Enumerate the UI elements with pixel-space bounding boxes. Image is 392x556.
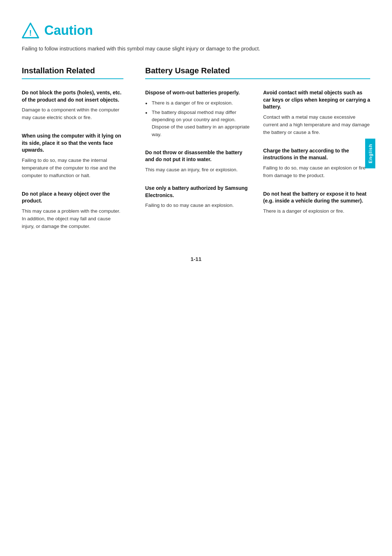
battery-item-3-body: Failing to do so may cause an explosion. [145,202,252,209]
battery-item-1-title: Dispose of worn-out batteries properly. [145,89,252,97]
battery-item-1: Dispose of worn-out batteries properly. … [145,89,252,138]
installation-header: Installation Related [22,66,123,79]
installation-item-1-body: Damage to a component within the compute… [22,106,123,122]
battery-item-4-title: Avoid contact with metal objects such as… [263,89,370,111]
battery-item-3: Use only a battery authorized by Samsung… [145,185,252,209]
battery-item-1-point-2: The battery disposal method may differ d… [145,109,252,138]
caution-description: Failing to follow instructions marked wi… [22,46,370,52]
battery-item-3-title: Use only a battery authorized by Samsung… [145,185,252,199]
battery-item-6-body: There is a danger of explosion or fire. [263,208,370,215]
battery-item-1-point-1: There is a danger of fire or explosion. [145,99,252,107]
installation-item-3: Do not place a heavy object over the pro… [22,191,123,230]
battery-item-5-title: Charge the battery according to the inst… [263,147,370,162]
installation-item-1-title: Do not block the ports (holes), vents, e… [22,89,123,103]
battery-item-6-title: Do not heat the battery or expose it to … [263,191,370,205]
installation-item-1: Do not block the ports (holes), vents, e… [22,89,123,122]
battery-item-5-body: Failing to do so, may cause an explosion… [263,164,370,180]
caution-header: ! Caution [22,22,370,39]
installation-item-2-title: When using the computer with it lying on… [22,132,123,154]
svg-text:!: ! [29,28,32,37]
battery-item-4: Avoid contact with metal objects such as… [263,89,370,136]
installation-item-2: When using the computer with it lying on… [22,132,123,180]
battery-item-2-title: Do not throw or disassemble the battery … [145,149,252,163]
battery-item-5: Charge the battery according to the inst… [263,147,370,180]
battery-column: Battery Usage Related Dispose of worn-ou… [134,66,370,241]
caution-title: Caution [44,23,93,38]
warning-triangle-icon: ! [22,22,39,39]
battery-item-2-body: This may cause an injury, fire or explos… [145,166,252,174]
battery-col1: Dispose of worn-out batteries properly. … [145,89,260,226]
battery-col2: Avoid contact with metal objects such as… [260,89,370,226]
installation-item-3-body: This may cause a problem with the comput… [22,208,123,230]
battery-item-6: Do not heat the battery or expose it to … [263,191,370,215]
battery-item-1-body: There is a danger of fire or explosion. … [145,99,252,138]
battery-item-4-body: Contact with a metal may cause excessive… [263,114,370,136]
battery-item-2: Do not throw or disassemble the battery … [145,149,252,174]
battery-header: Battery Usage Related [145,66,370,79]
installation-column: Installation Related Do not block the po… [22,66,134,241]
installation-item-2-body: Failing to do so, may cause the internal… [22,157,123,180]
page-number: 1-11 [22,256,370,262]
installation-item-3-title: Do not place a heavy object over the pro… [22,191,123,205]
english-tab: English [365,139,375,168]
